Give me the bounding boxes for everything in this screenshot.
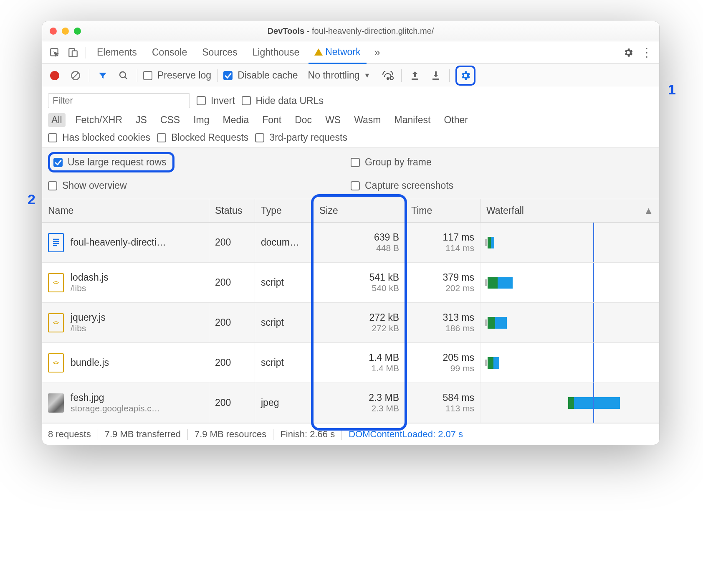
- request-time: 117 ms: [443, 232, 474, 243]
- clear-button[interactable]: [68, 68, 83, 83]
- table-row[interactable]: <>jquery.js/libs200script272 kB272 kB313…: [42, 303, 659, 343]
- request-latency: 113 ms: [445, 403, 474, 413]
- request-path: storage.googleapis.c…: [71, 403, 160, 413]
- filter-input[interactable]: [48, 93, 190, 108]
- request-size-uncompressed: 448 B: [376, 243, 399, 253]
- filter-media[interactable]: Media: [220, 113, 253, 127]
- large-request-rows-highlight: Use large request rows: [48, 152, 174, 172]
- tab-sources[interactable]: Sources: [196, 41, 243, 63]
- show-overview-checkbox[interactable]: Show overview: [48, 180, 351, 191]
- large-request-rows-checkbox[interactable]: Use large request rows: [53, 157, 167, 168]
- request-latency: 114 ms: [445, 243, 474, 253]
- request-path: /libs: [71, 283, 109, 293]
- throttling-select[interactable]: No throttling ▼: [304, 68, 375, 83]
- filter-font[interactable]: Font: [259, 113, 285, 127]
- settings-gear-icon[interactable]: [621, 45, 636, 60]
- request-size: 639 B: [374, 232, 399, 243]
- summary-resources: 7.9 MB resources: [188, 429, 273, 440]
- request-status: 200: [209, 263, 255, 302]
- separator: [401, 69, 402, 82]
- window-titlebar: DevTools - foul-heavenly-direction.glitc…: [42, 21, 659, 41]
- request-size: 1.4 MB: [369, 352, 399, 363]
- maximize-window-button[interactable]: [74, 28, 81, 35]
- request-status: 200: [209, 343, 255, 383]
- summary-finish: Finish: 2.66 s: [273, 429, 342, 440]
- upload-har-icon[interactable]: [407, 68, 422, 83]
- svg-rect-8: [432, 79, 439, 80]
- tab-lighthouse[interactable]: Lighthouse: [247, 41, 306, 63]
- request-time: 313 ms: [443, 312, 474, 323]
- request-size-uncompressed: 1.4 MB: [371, 363, 399, 373]
- request-latency: 186 ms: [445, 323, 474, 333]
- request-status: 200: [209, 303, 255, 342]
- network-settings-gear-icon[interactable]: [458, 68, 473, 83]
- separator: [86, 47, 86, 58]
- tab-network[interactable]: Network: [309, 42, 366, 64]
- filter-doc[interactable]: Doc: [291, 113, 315, 127]
- download-har-icon[interactable]: [428, 68, 443, 83]
- table-row[interactable]: fesh.jpgstorage.googleapis.c…200jpeg2.3 …: [42, 383, 659, 423]
- request-time: 584 ms: [443, 392, 474, 403]
- script-icon: <>: [48, 313, 64, 332]
- group-by-frame-checkbox[interactable]: Group by frame: [351, 152, 653, 172]
- inspect-element-icon[interactable]: [47, 45, 62, 60]
- request-size: 2.3 MB: [369, 392, 399, 403]
- hide-data-urls-checkbox[interactable]: Hide data URLs: [242, 95, 324, 106]
- col-size[interactable]: Size: [314, 199, 405, 222]
- kebab-menu-icon[interactable]: ⋮: [639, 45, 654, 60]
- search-icon[interactable]: [116, 68, 131, 83]
- filter-other[interactable]: Other: [440, 113, 471, 127]
- network-conditions-icon[interactable]: [380, 68, 395, 83]
- col-waterfall[interactable]: Waterfall ▲: [480, 199, 659, 222]
- filter-all[interactable]: All: [48, 113, 66, 127]
- table-row[interactable]: <>lodash.js/libs200script541 kB540 kB379…: [42, 263, 659, 303]
- third-party-requests-checkbox[interactable]: 3rd-party requests: [255, 132, 347, 143]
- filter-ws[interactable]: WS: [322, 113, 344, 127]
- table-row[interactable]: <>bundle.js200script1.4 MB1.4 MB205 ms99…: [42, 343, 659, 383]
- col-time[interactable]: Time: [405, 199, 480, 222]
- minimize-window-button[interactable]: [62, 28, 69, 35]
- tab-console[interactable]: Console: [146, 41, 193, 63]
- filter-manifest[interactable]: Manifest: [391, 113, 434, 127]
- separator: [89, 69, 89, 82]
- request-name: lodash.js: [71, 272, 109, 283]
- separator: [449, 69, 450, 82]
- filter-img[interactable]: Img: [190, 113, 212, 127]
- blocked-requests-checkbox[interactable]: Blocked Requests: [157, 132, 248, 143]
- request-type: script: [255, 263, 314, 302]
- filter-wasm[interactable]: Wasm: [351, 113, 384, 127]
- has-blocked-cookies-checkbox[interactable]: Has blocked cookies: [48, 132, 150, 143]
- script-icon: <>: [48, 273, 64, 292]
- capture-screenshots-checkbox[interactable]: Capture screenshots: [351, 180, 653, 191]
- network-filter-bar: Invert Hide data URLs All Fetch/XHR JS C…: [42, 87, 659, 148]
- window-title: DevTools - foul-heavenly-direction.glitc…: [42, 26, 659, 36]
- more-tabs-icon[interactable]: »: [370, 45, 385, 60]
- filter-css[interactable]: CSS: [157, 113, 183, 127]
- request-time: 205 ms: [443, 352, 474, 363]
- waterfall-cell: [480, 343, 659, 383]
- request-status: 200: [209, 223, 255, 262]
- table-row[interactable]: foul-heavenly-directi…200docum…639 B448 …: [42, 223, 659, 263]
- svg-point-4: [120, 72, 126, 78]
- request-size-uncompressed: 272 kB: [372, 323, 399, 333]
- invert-checkbox[interactable]: Invert: [197, 95, 235, 106]
- filter-js[interactable]: JS: [132, 113, 150, 127]
- close-window-button[interactable]: [50, 28, 57, 35]
- filter-fetch-xhr[interactable]: Fetch/XHR: [72, 113, 126, 127]
- preserve-log-checkbox[interactable]: Preserve log: [143, 70, 211, 81]
- device-toolbar-icon[interactable]: [66, 45, 81, 60]
- record-button[interactable]: [47, 68, 62, 83]
- warning-icon: [314, 48, 323, 56]
- summary-transferred: 7.9 MB transferred: [98, 429, 188, 440]
- disable-cache-checkbox[interactable]: Disable cache: [223, 70, 298, 81]
- resource-type-filters: All Fetch/XHR JS CSS Img Media Font Doc …: [48, 111, 653, 129]
- waterfall-cell: [480, 303, 659, 342]
- col-status[interactable]: Status: [209, 199, 255, 222]
- col-type[interactable]: Type: [255, 199, 314, 222]
- col-name[interactable]: Name: [42, 199, 209, 222]
- svg-rect-2: [72, 51, 77, 56]
- document-icon: [48, 233, 64, 252]
- tab-elements[interactable]: Elements: [91, 41, 143, 63]
- filter-icon[interactable]: [95, 68, 110, 83]
- svg-point-5: [387, 78, 389, 79]
